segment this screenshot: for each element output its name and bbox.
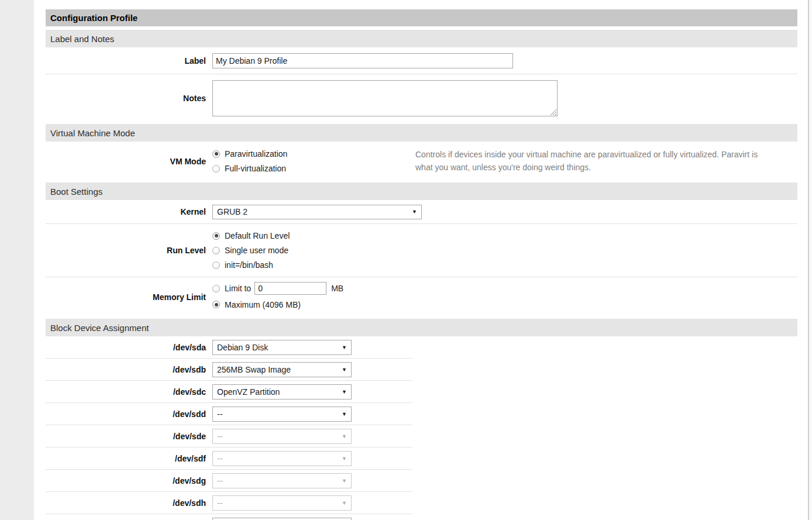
section-header-block-device-assignment: Block Device Assignment: [46, 319, 797, 336]
dropdown-arrow-icon: ▼: [342, 389, 347, 395]
left-gutter: [0, 0, 34, 520]
block-device-row: /dev/sdh -- ▼: [46, 492, 797, 514]
radio-icon[interactable]: [212, 150, 220, 158]
select-value: --: [217, 476, 222, 485]
block-device-label: /dev/sdc: [46, 387, 206, 397]
kernel-select[interactable]: GRUB 2 ▼: [212, 205, 422, 219]
notes-field-label: Notes: [46, 94, 206, 103]
memory-limit-option-maximum[interactable]: Maximum (4096 MB): [212, 296, 343, 314]
dropdown-arrow-icon: ▼: [412, 209, 417, 215]
block-device-label: /dev/sda: [46, 343, 206, 352]
radio-option-label[interactable]: Full-virtualization: [225, 164, 286, 173]
run-level-option-default[interactable]: Default Run Level: [212, 229, 290, 243]
block-device-select-sda[interactable]: Debian 9 Disk ▼: [212, 340, 352, 355]
select-value: --: [217, 454, 222, 463]
block-device-select-sdf: -- ▼: [212, 451, 352, 466]
memory-limit-row: Memory Limit Limit to MB Maximum (4096 M…: [46, 277, 797, 317]
radio-option-label[interactable]: Paravirtualization: [225, 149, 287, 159]
block-device-label: /dev/sde: [46, 432, 206, 441]
vm-mode-option-full-virtualization[interactable]: Full-virtualization: [212, 161, 415, 176]
radio-icon[interactable]: [212, 165, 220, 173]
label-input[interactable]: [212, 53, 513, 68]
radio-option-label[interactable]: Single user mode: [225, 246, 288, 255]
block-device-select-sdb[interactable]: 256MB Swap Image ▼: [212, 362, 352, 377]
radio-icon[interactable]: [212, 301, 220, 308]
initrd-row: initrd -- No initrd -- ▼: [46, 514, 797, 520]
memory-limit-option-limit-to[interactable]: Limit to MB: [212, 281, 343, 296]
select-value: GRUB 2: [217, 207, 247, 216]
block-device-select-sdd[interactable]: -- ▼: [212, 407, 352, 422]
vm-mode-label: VM Mode: [46, 157, 206, 166]
section-header-boot-settings: Boot Settings: [46, 182, 797, 200]
block-device-label: /dev/sdg: [46, 476, 206, 485]
label-field-label: Label: [46, 56, 206, 66]
run-level-option-init-bin-bash[interactable]: init=/bin/bash: [212, 258, 290, 273]
block-device-row: /dev/sdc OpenVZ Partition ▼: [46, 381, 797, 402]
radio-option-label[interactable]: init=/bin/bash: [225, 260, 273, 270]
section-header-label-and-notes: Label and Notes: [46, 30, 797, 47]
block-device-select-sdh: -- ▼: [212, 495, 352, 511]
run-level-row: Run Level Default Run Level Single user …: [46, 224, 797, 277]
block-device-row: /dev/sda Debian 9 Disk ▼: [46, 336, 797, 358]
block-device-row: /dev/sdb 256MB Swap Image ▼: [46, 359, 797, 380]
configuration-profile-form: Configuration Profile Label and Notes La…: [46, 9, 797, 520]
block-device-label: /dev/sdh: [46, 498, 206, 508]
vm-mode-help-text: Controls if devices inside your virtual …: [415, 149, 771, 174]
dropdown-arrow-icon: ▼: [342, 500, 347, 506]
scrollbar[interactable]: [808, 0, 812, 520]
select-value: Debian 9 Disk: [217, 343, 268, 352]
block-device-select-sde: -- ▼: [212, 429, 352, 444]
select-value: --: [217, 498, 222, 508]
notes-row: Notes: [46, 74, 797, 122]
dropdown-arrow-icon: ▼: [342, 456, 347, 462]
kernel-row: Kernel GRUB 2 ▼: [46, 200, 797, 223]
run-level-label: Run Level: [46, 246, 206, 255]
block-device-label: /dev/sdd: [46, 409, 206, 419]
label-row: Label: [46, 47, 797, 74]
select-value: --: [217, 409, 222, 419]
memory-limit-input[interactable]: [254, 282, 326, 295]
radio-option-label[interactable]: Limit to: [225, 284, 251, 293]
radio-icon[interactable]: [212, 285, 220, 292]
block-device-label: /dev/sdb: [46, 365, 206, 374]
memory-limit-unit: MB: [331, 284, 343, 293]
dropdown-arrow-icon: ▼: [342, 367, 347, 373]
block-device-select-sdg: -- ▼: [212, 473, 352, 488]
initrd-select[interactable]: -- No initrd -- ▼: [212, 518, 352, 520]
dropdown-arrow-icon: ▼: [342, 478, 347, 484]
radio-icon[interactable]: [212, 247, 220, 254]
page-title: Configuration Profile: [46, 9, 797, 26]
block-device-select-sdc[interactable]: OpenVZ Partition ▼: [212, 384, 352, 400]
scrollbar-track: [808, 0, 809, 520]
select-value: --: [217, 432, 222, 441]
block-device-row: /dev/sdg -- ▼: [46, 470, 797, 491]
dropdown-arrow-icon: ▼: [342, 433, 347, 439]
block-device-row: /dev/sde -- ▼: [46, 425, 797, 447]
vm-mode-option-paravirtualization[interactable]: Paravirtualization: [212, 147, 415, 161]
run-level-option-single-user[interactable]: Single user mode: [212, 243, 290, 258]
block-device-row: /dev/sdd -- ▼: [46, 403, 797, 425]
kernel-label: Kernel: [46, 207, 206, 216]
dropdown-arrow-icon: ▼: [342, 345, 347, 350]
section-header-virtual-machine-mode: Virtual Machine Mode: [46, 124, 797, 142]
radio-option-label[interactable]: Default Run Level: [225, 231, 290, 240]
select-value: 256MB Swap Image: [217, 365, 291, 374]
memory-limit-label: Memory Limit: [46, 292, 206, 302]
select-value: OpenVZ Partition: [217, 387, 280, 397]
radio-icon[interactable]: [212, 261, 220, 269]
vm-mode-row: VM Mode Paravirtualization Full-virtuali…: [46, 142, 797, 181]
radio-icon[interactable]: [212, 232, 220, 240]
block-device-row: /dev/sdf -- ▼: [46, 447, 797, 469]
notes-textarea[interactable]: [212, 80, 558, 116]
dropdown-arrow-icon: ▼: [342, 411, 347, 417]
radio-option-label[interactable]: Maximum (4096 MB): [225, 300, 301, 309]
block-device-label: /dev/sdf: [46, 454, 206, 463]
